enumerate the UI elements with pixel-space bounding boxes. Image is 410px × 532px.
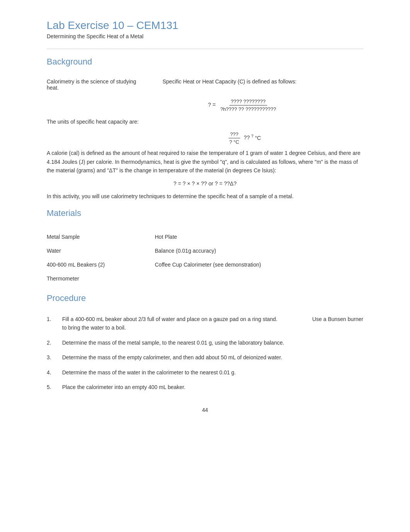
calorie-para: A calorie (cal) is defined as the amount… [47, 149, 363, 175]
background-content: Calorimetry is the science of studying h… [47, 78, 363, 201]
units-sup2: °C [255, 135, 261, 141]
materials-grid: Metal Sample Hot Plate Water Balance (0.… [47, 230, 363, 286]
proc-item-1: 1. Fill a 400-600 mL beaker about 2/3 fu… [47, 315, 363, 332]
divider [47, 49, 363, 49]
procedure-list: 1. Fill a 400-600 mL beaker about 2/3 fu… [47, 315, 363, 391]
formula-fraction: ???? ???????? ?h???? ?? ??????????? [219, 99, 278, 112]
intro-right: Specific Heat or Heat Capacity (C) is de… [163, 78, 363, 85]
procedure-heading: Procedure [47, 293, 363, 303]
calorimetry-text: Calorimetry is the science of studying h… [47, 78, 139, 91]
proc-num-3: 3. [47, 353, 62, 362]
activity-para: In this activity, you will use calorimet… [47, 192, 363, 201]
units-fraction: ??? ? °C [228, 131, 241, 145]
proc-num-5: 5. [47, 383, 62, 391]
materials-section: Materials Metal Sample Hot Plate Water B… [47, 208, 363, 286]
formula-block: ? = ???? ???????? ?h???? ?? ??????????? [124, 99, 363, 112]
units-numerator: ??? [229, 131, 240, 138]
proc-text-1: Fill a 400-600 mL beaker about 2/3 full … [62, 315, 294, 332]
material-empty [155, 272, 363, 286]
proc-num-2: 2. [47, 338, 62, 347]
proc-text-5: Place the calorimeter into an empty 400 … [62, 383, 294, 391]
procedure-section: Procedure 1. Fill a 400-600 mL beaker ab… [47, 293, 363, 391]
material-calorimeter: Coffee Cup Calorimeter (see demonstratio… [155, 258, 363, 272]
equation-text: ? = ? × ? × ?? or ? = ??Δ? [173, 180, 236, 187]
proc-text-2: Determine the mass of the metal sample, … [62, 338, 294, 347]
proc-item-3: 3. Determine the mass of the empty calor… [47, 353, 363, 362]
units-right: ? °C [251, 135, 261, 141]
units-intro: The units of specific heat capacity are: [47, 117, 363, 126]
specific-heat-text: Specific Heat or Heat Capacity (C) is de… [163, 78, 363, 85]
proc-num-4: 4. [47, 368, 62, 377]
units-denominator: ? °C [228, 138, 241, 145]
page-title: Lab Exercise 10 – CEM131 [47, 19, 363, 32]
proc-item-5: 5. Place the calorimeter into an empty 4… [47, 383, 363, 391]
material-metal-sample: Metal Sample [47, 230, 155, 244]
equation-block: ? = ? × ? × ?? or ? = ??Δ? [47, 180, 363, 187]
proc-item-4: 4. Determine the mass of the water in th… [47, 368, 363, 377]
page-subtitle: Determining the Specific Heat of a Metal [47, 33, 363, 39]
proc-note-1: Use a Bunsen burner [294, 315, 363, 323]
proc-text-4: Determine the mass of the water in the c… [62, 368, 294, 377]
intro-two-col: Calorimetry is the science of studying h… [47, 78, 363, 91]
units-sup: ? [251, 134, 254, 138]
background-heading: Background [47, 57, 363, 67]
formula-eq: ? = [208, 102, 217, 108]
formula-numerator: ???? ???????? [229, 99, 267, 105]
page-container: Lab Exercise 10 – CEM131 Determining the… [47, 0, 363, 436]
material-hot-plate: Hot Plate [155, 230, 363, 244]
intro-left: Calorimetry is the science of studying h… [47, 78, 139, 91]
proc-item-2: 2. Determine the mass of the metal sampl… [47, 338, 363, 347]
units-block: ??? ? °C ?? ? °C [124, 131, 363, 145]
material-beakers: 400-600 mL Beakers (2) [47, 258, 155, 272]
proc-text-3: Determine the mass of the empty calorime… [62, 353, 294, 362]
background-section: Background Calorimetry is the science of… [47, 57, 363, 201]
materials-heading: Materials [47, 208, 363, 218]
page-number: 44 [47, 407, 363, 413]
formula-denominator: ?h???? ?? ??????????? [219, 105, 278, 112]
material-balance: Balance (0.01g accuracy) [155, 244, 363, 258]
material-water: Water [47, 244, 155, 258]
material-thermometer: Thermometer [47, 272, 155, 286]
proc-num-1: 1. [47, 315, 62, 323]
units-sep: ?? [244, 135, 251, 141]
